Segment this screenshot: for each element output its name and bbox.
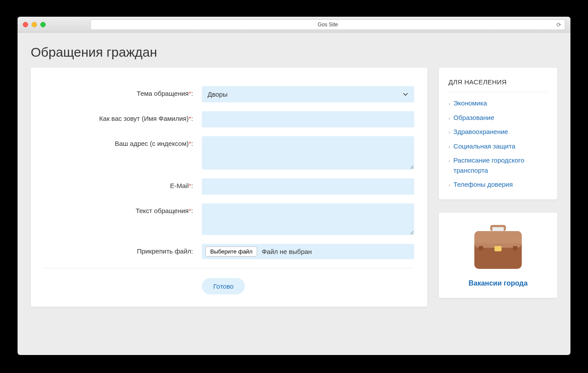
sidebar-link-helplines[interactable]: Телефоны доверия — [453, 180, 513, 190]
file-wrap: Выберите файл Файл не выбран — [202, 244, 414, 259]
maximize-icon[interactable] — [40, 22, 46, 27]
name-input[interactable] — [202, 111, 414, 127]
svg-rect-5 — [495, 246, 502, 251]
row-email: E-Mail*: — [44, 178, 414, 195]
submit-row: Готово — [44, 278, 414, 294]
page-heading: Обращения граждан — [31, 33, 557, 68]
svg-rect-7 — [513, 246, 517, 250]
close-icon[interactable] — [23, 22, 28, 27]
label-topic: Тема обращения*: — [44, 86, 202, 97]
chevron-right-icon: ›› — [448, 180, 449, 189]
titlebar: Gos Site ⟳ — [18, 17, 570, 33]
label-message: Текст обращения*: — [44, 203, 202, 214]
sidebar-link-education[interactable]: Образование — [453, 113, 494, 123]
label-address: Ваш адрес (с индексом)*: — [44, 136, 202, 147]
row-name: Как вас зовут (Имя Фамилия)*: — [44, 111, 414, 127]
briefcase-icon — [448, 224, 549, 273]
sidebar-link-transport[interactable]: Расписание городского транспорта — [453, 156, 548, 175]
chevron-right-icon: ›› — [448, 156, 449, 165]
divider — [44, 268, 414, 268]
vacancies-link[interactable]: Вакансии города — [469, 279, 528, 287]
topic-select[interactable]: Дворы — [202, 86, 414, 102]
chevron-right-icon: ›› — [448, 141, 449, 151]
row-address: Ваш адрес (с индексом)*: — [44, 136, 414, 170]
sidebar-link-social[interactable]: Социальная защита — [453, 141, 515, 152]
file-choose-button[interactable]: Выберите файл — [205, 246, 257, 257]
file-status: Файл не выбран — [262, 248, 312, 255]
population-card: ДЛЯ НАСЕЛЕНИЯ ›› Экономика ›› Образовани… — [439, 68, 557, 199]
page-title-urlbar: Gos Site — [318, 22, 338, 28]
sidebar: ДЛЯ НАСЕЛЕНИЯ ›› Экономика ›› Образовани… — [439, 68, 557, 298]
address-textarea[interactable] — [202, 136, 414, 170]
sidebar-link-economy[interactable]: Экономика — [453, 98, 487, 109]
page-content: Обращения граждан Тема обращения*: Дворы… — [18, 33, 570, 320]
message-textarea[interactable] — [202, 203, 414, 235]
sidebar-link-health[interactable]: Здравоохранение — [453, 127, 508, 137]
row-topic: Тема обращения*: Дворы — [44, 86, 414, 102]
refresh-icon[interactable]: ⟳ — [556, 21, 561, 28]
list-item: ›› Здравоохранение — [448, 127, 548, 137]
population-list: ›› Экономика ›› Образование ›› Здравоохр… — [448, 98, 548, 190]
row-message: Текст обращения*: — [44, 203, 414, 235]
list-item: ›› Телефоны доверия — [448, 180, 548, 190]
population-title: ДЛЯ НАСЕЛЕНИЯ — [448, 78, 548, 92]
label-file: Прикрепить файл: — [44, 244, 202, 255]
layout: Тема обращения*: Дворы Как вас зовут (Им… — [31, 68, 557, 307]
form-card: Тема обращения*: Дворы Как вас зовут (Им… — [31, 68, 427, 307]
address-bar[interactable]: Gos Site ⟳ — [90, 19, 565, 30]
list-item: ›› Образование — [448, 113, 548, 123]
chevron-right-icon: ›› — [448, 127, 449, 136]
minimize-icon[interactable] — [32, 22, 37, 27]
vacancies-card: Вакансии города — [439, 213, 557, 298]
label-email: E-Mail*: — [44, 178, 202, 189]
chevron-right-icon: ›› — [448, 113, 449, 122]
chevron-right-icon: ›› — [448, 98, 449, 108]
list-item: ›› Социальная защита — [448, 141, 548, 152]
list-item: ›› Экономика — [448, 98, 548, 109]
browser-window: Gos Site ⟳ Обращения граждан Тема обраще… — [18, 17, 570, 355]
window-controls — [23, 22, 46, 27]
row-file: Прикрепить файл: Выберите файл Файл не в… — [44, 244, 414, 259]
email-input[interactable] — [202, 178, 414, 195]
submit-button[interactable]: Готово — [202, 278, 245, 294]
svg-rect-6 — [479, 246, 483, 250]
list-item: ›› Расписание городского транспорта — [448, 156, 548, 175]
label-name: Как вас зовут (Имя Фамилия)*: — [44, 111, 202, 122]
